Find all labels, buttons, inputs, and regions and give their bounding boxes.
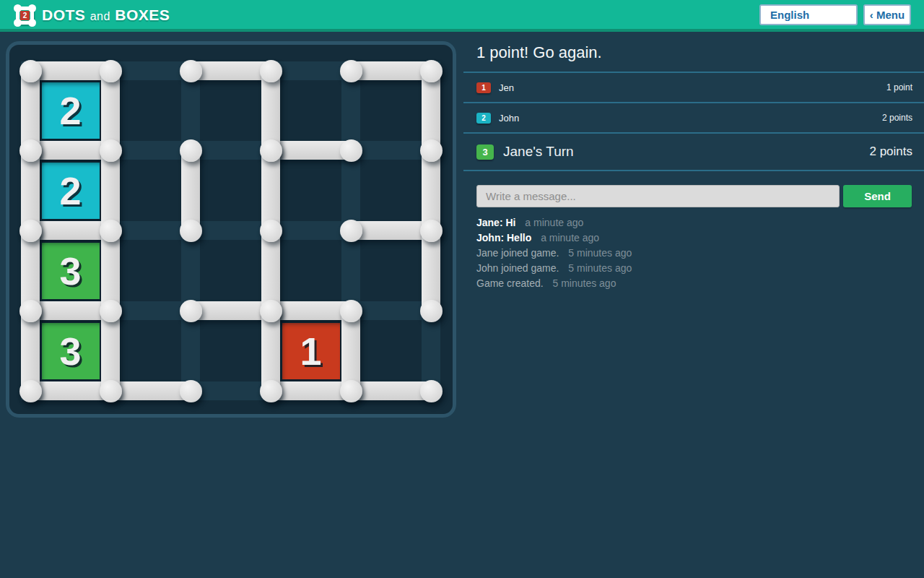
board-dot — [340, 60, 362, 82]
chat-message: Game created. 5 minutes ago — [476, 276, 911, 291]
board-dot — [180, 300, 202, 322]
board-dot — [100, 139, 122, 162]
board-dot — [19, 300, 42, 322]
app-title: DOTS and BOXES — [42, 7, 170, 24]
board-dot — [260, 60, 282, 82]
board-dot — [260, 220, 282, 242]
board-dot — [420, 220, 443, 242]
board-dot — [19, 380, 42, 402]
claimed-box: 3 — [42, 243, 100, 299]
menu-button[interactable]: ‹ Menu — [863, 4, 911, 25]
board-dot — [180, 139, 202, 162]
chat-message: Jane: Hi a minute ago — [476, 215, 911, 230]
board-dot — [180, 380, 202, 402]
board-dot — [100, 60, 122, 82]
board-dot — [340, 300, 362, 322]
board-dot — [19, 220, 42, 242]
board-dot — [420, 300, 443, 322]
chat-bar: Send — [463, 171, 924, 207]
board-dot — [260, 380, 282, 402]
player-badge: 2 — [476, 113, 491, 124]
board-dot — [260, 139, 282, 162]
board-dot — [340, 139, 362, 162]
claimed-box: 3 — [42, 323, 100, 379]
current-player-row: 3 Jane's Turn 2 points — [463, 134, 924, 171]
logo-box-number: 2 — [20, 11, 30, 20]
send-button[interactable]: Send — [843, 185, 912, 207]
board-dot — [420, 139, 443, 162]
chat-message: John joined game. 5 minutes ago — [476, 261, 911, 276]
claimed-box: 2 — [42, 163, 100, 219]
board-dot — [260, 300, 282, 322]
turn-status-message: 1 point! Go again. — [463, 36, 924, 73]
player-name: Jane's Turn — [503, 144, 574, 160]
board-dot — [100, 380, 122, 402]
board-dot — [340, 380, 362, 402]
player-row: 2 John 2 points — [463, 103, 924, 134]
board-dot — [420, 60, 443, 82]
board-dot — [100, 220, 122, 242]
app-logo-icon: 2 — [14, 5, 35, 26]
board-dot — [180, 220, 202, 242]
chat-log: Jane: Hi a minute ago John: Hello a minu… — [463, 207, 924, 299]
side-panel: 1 point! Go again. 1 Jen 1 point 2 John … — [463, 36, 924, 299]
chat-message: John: Hello a minute ago — [476, 230, 911, 246]
player-name: John — [499, 113, 519, 124]
board-dot — [100, 300, 122, 322]
player-row: 1 Jen 1 point — [463, 73, 924, 103]
chat-message: Jane joined game. 5 minutes ago — [476, 246, 911, 261]
header: 2 DOTS and BOXES English ‹ Menu — [0, 0, 924, 32]
game-board[interactable]: 22331 — [6, 41, 456, 418]
board-dot — [340, 220, 362, 242]
player-badge: 3 — [476, 144, 494, 160]
board-dot — [19, 60, 42, 82]
player-badge: 1 — [476, 82, 491, 93]
board-dot — [420, 380, 443, 402]
player-points: 1 point — [886, 82, 912, 92]
claimed-box: 2 — [42, 82, 100, 139]
language-button[interactable]: English — [759, 4, 858, 25]
claimed-box: 1 — [282, 323, 340, 379]
player-points: 2 points — [882, 113, 912, 123]
board-dot — [180, 60, 202, 82]
chat-message-input[interactable] — [476, 185, 840, 207]
player-points: 2 points — [869, 144, 912, 159]
player-name: Jen — [499, 82, 514, 93]
board-dot — [19, 139, 42, 162]
